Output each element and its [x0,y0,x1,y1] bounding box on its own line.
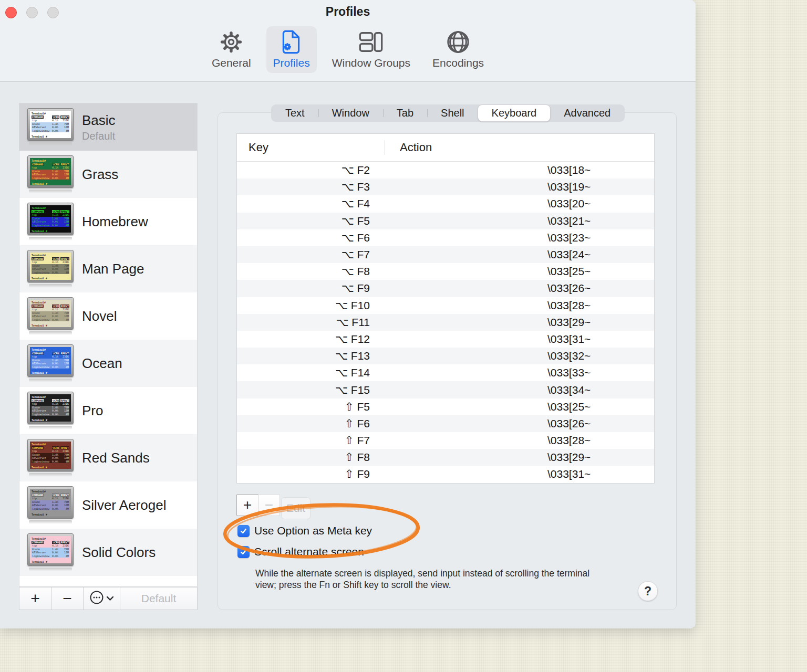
desktop: { "window_title": "Profiles", "toolbar":… [0,0,807,672]
table-row-option-f2[interactable]: ⌥ F2\033[18~ [237,162,654,178]
table-row-option-f5[interactable]: ⌥ F5\033[21~ [237,213,654,229]
help-button[interactable]: ? [638,581,658,601]
thumbnail-reflection [29,237,72,240]
table-row-option-f7[interactable]: ⌥ F7\033[24~ [237,246,654,263]
tab-shell[interactable]: Shell [427,105,478,121]
table-row-shift-f5[interactable]: ⇧ F5\033[25~ [237,398,654,415]
table-row-option-f9[interactable]: ⌥ F9\033[26~ [237,280,654,297]
tab-text[interactable]: Text [272,105,318,121]
shift-key-icon: ⇧ [345,434,354,447]
column-header-key[interactable]: Key [237,141,268,154]
key-cell: ⌥ F9 [237,282,385,295]
profile-thumbnail: Terminal#COMMAND%CPURPRVTtop4.1%231KXcod… [27,155,74,193]
key-mapping-table: Key Action ⌥ F2\033[18~⌥ F3\033[19~⌥ F4\… [236,133,655,484]
column-header-action[interactable]: Action [400,141,432,154]
scroll-alternate-screen-checkbox[interactable] [237,546,250,558]
tab-advanced[interactable]: Advanced [550,105,624,121]
action-cell: \033[24~ [547,248,591,261]
toolbar-item-encodings[interactable]: Encodings [426,26,491,73]
table-row-option-f14[interactable]: ⌥ F14\033[33~ [237,364,654,381]
action-cell: \033[18~ [547,164,591,176]
profile-row-solid-colors[interactable]: Terminal#COMMAND%CPURPRVTtop4.1%231KXcod… [19,529,197,576]
key-cell: ⌥ F12 [237,333,385,345]
profile-name: Basic [82,112,116,129]
table-row-option-f13[interactable]: ⌥ F13\033[32~ [237,348,654,364]
toolbar-item-profiles[interactable]: Profiles [266,26,317,73]
table-row-option-f8[interactable]: ⌥ F8\033[25~ [237,263,654,280]
key-cell: ⌥ F14 [237,366,385,379]
more-options-button[interactable] [84,587,120,610]
thumbnail-reflection [29,331,72,335]
table-row-option-f6[interactable]: ⌥ F6\033[23~ [237,229,654,246]
column-divider[interactable] [385,140,385,155]
table-row-shift-f6[interactable]: ⇧ F6\033[26~ [237,415,654,432]
table-row-shift-f8[interactable]: ⇧ F8\033[29~ [237,449,654,466]
toolbar-item-window-groups[interactable]: Window Groups [325,26,417,73]
profile-meta: Pro [82,403,103,419]
table-row-shift-f7[interactable]: ⇧ F7\033[28~ [237,432,654,449]
tab-keyboard[interactable]: Keyboard [478,105,551,121]
add-key-button[interactable]: + [236,494,258,516]
profile-row-grass[interactable]: Terminal#COMMAND%CPURPRVTtop4.1%231KXcod… [19,151,197,198]
key-cell: ⌥ F11 [237,316,385,329]
action-cell: \033[33~ [547,366,591,379]
tab-window[interactable]: Window [318,105,383,121]
remove-profile-button[interactable]: − [51,587,84,610]
profile-thumbnail: Terminal#COMMAND%CPURPRVTtop4.1%231KXcod… [27,297,74,335]
profile-row-man-page[interactable]: Terminal#COMMAND%CPURPRVTtop4.1%231KXcod… [19,245,197,292]
use-option-as-meta-key-row: Use Option as Meta key [237,524,372,537]
table-row-option-f15[interactable]: ⌥ F15\033[34~ [237,381,654,398]
action-cell: \033[21~ [547,215,591,227]
profile-row-homebrew[interactable]: Terminal#COMMAND%CPURPRVTtop4.1%231KXcod… [19,198,197,245]
key-cell: ⇧ F7 [237,434,385,447]
thumbnail-reflection [29,142,72,146]
profile-name: Red Sands [82,450,150,466]
profile-row-red-sands[interactable]: Terminal#COMMAND%CPURPRVTtop4.1%231KXcod… [19,434,197,481]
profile-row-pro[interactable]: Terminal#COMMAND%CPURPRVTtop4.1%231KXcod… [19,387,197,434]
table-row-option-f12[interactable]: ⌥ F12\033[31~ [237,331,654,348]
checkbox-label: Scroll alternate screen [254,545,364,558]
profile-meta: Novel [82,308,117,324]
key-mapping-actions: + − Edit [236,494,311,519]
table-body: ⌥ F2\033[18~⌥ F3\033[19~⌥ F4\033[20~⌥ F5… [237,162,654,483]
tab-tab[interactable]: Tab [383,105,427,121]
table-row-option-f10[interactable]: ⌥ F10\033[28~ [237,297,654,314]
action-cell: \033[31~ [547,468,591,480]
thumbnail-reflection [29,379,72,382]
key-cell: ⌥ F4 [237,197,385,210]
profile-row-silver-aerogel[interactable]: Terminal#COMMAND%CPURPRVTtop4.1%231KXcod… [19,481,197,529]
chevron-down-icon [106,594,114,603]
thumbnail-reflection [29,190,72,193]
profile-thumbnail: Terminal#COMMAND%CPURPRVTtop4.1%231KXcod… [27,439,74,477]
profile-meta: Red Sands [82,450,150,466]
preferences-toolbar: General Profiles [0,26,696,73]
action-cell: \033[28~ [547,434,591,447]
table-row-shift-f9[interactable]: ⇧ F9\033[31~ [237,466,654,482]
option-key-icon: ⌥ [341,197,354,210]
profile-list: Terminal#COMMAND%CPURPRVTtop4.1%231KXcod… [19,103,198,587]
profile-row-ocean[interactable]: Terminal#COMMAND%CPURPRVTtop4.1%231KXcod… [19,340,197,387]
action-cell: \033[28~ [547,299,591,312]
profile-thumbnail: Terminal#COMMAND%CPURPRVTtop4.1%231KXcod… [27,203,74,240]
option-key-icon: ⌥ [341,181,354,193]
table-row-option-f4[interactable]: ⌥ F4\033[20~ [237,195,654,212]
table-row-option-f11[interactable]: ⌥ F11\033[29~ [237,314,654,331]
profile-name: Grass [82,166,118,183]
profile-subtitle: Default [82,130,116,142]
edit-key-button[interactable]: Edit [281,497,311,519]
profile-row-novel[interactable]: Terminal#COMMAND%CPURPRVTtop4.1%231KXcod… [19,292,197,340]
option-key-icon: ⌥ [341,282,354,295]
table-row-option-f3[interactable]: ⌥ F3\033[19~ [237,178,654,195]
option-key-icon: ⌥ [341,215,354,227]
shift-key-icon: ⇧ [345,417,354,430]
add-profile-button[interactable]: + [19,587,51,610]
use-option-as-meta-key-checkbox[interactable] [237,525,250,537]
option-key-icon: ⌥ [335,350,348,362]
toolbar-item-general[interactable]: General [205,26,258,73]
option-key-icon: ⌥ [335,384,348,396]
profile-row-basic[interactable]: Terminal#COMMAND%CPURPRVTtop4.1%231KXcod… [19,103,197,151]
set-default-button[interactable]: Default [120,587,197,610]
profile-name: Ocean [82,355,122,372]
remove-key-button[interactable]: − [258,494,280,516]
thumbnail-reflection [29,520,72,524]
